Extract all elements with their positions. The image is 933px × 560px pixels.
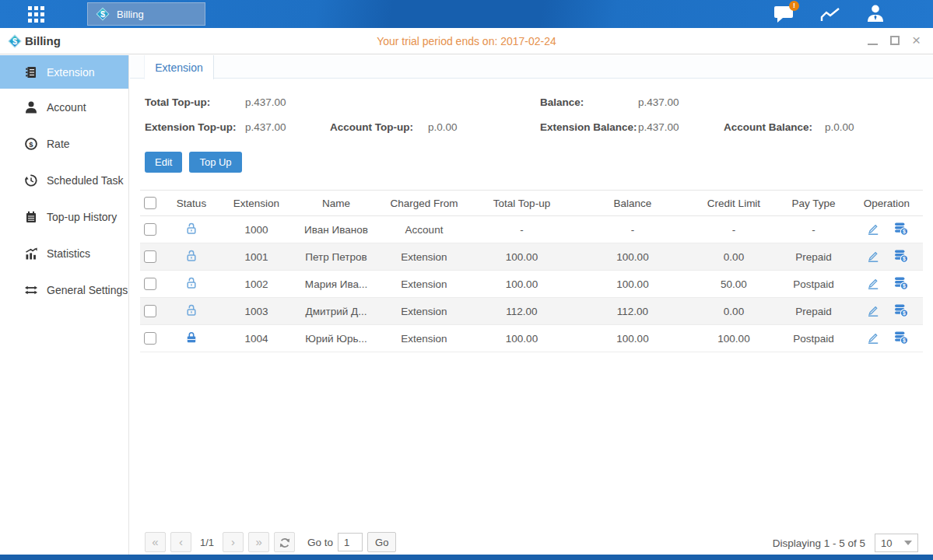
- sidebar-item-general-settings[interactable]: General Settings: [0, 271, 128, 308]
- select-all-checkbox[interactable]: [144, 197, 156, 209]
- sidebar-item-label: Rate: [47, 138, 70, 150]
- edit-icon[interactable]: [866, 222, 880, 238]
- pagination-bar: « ‹ 1/1 › » Go to Go Displaying 1 - 5 of…: [140, 532, 923, 554]
- column-header: Pay Type: [777, 191, 851, 216]
- column-header: Extension: [219, 191, 293, 216]
- goto-label: Go to: [307, 537, 333, 548]
- column-header: Charged From: [379, 191, 469, 216]
- row-checkbox[interactable]: [144, 332, 156, 345]
- table-row: 1002Мария Ива...Extension100.00100.0050.…: [140, 271, 923, 298]
- balance-value: p.437.00: [638, 96, 679, 108]
- cell-pay-type: Prepaid: [777, 298, 851, 325]
- cell-total-topup: 100.00: [469, 271, 574, 298]
- unlock-icon[interactable]: [184, 249, 198, 265]
- unlock-icon[interactable]: [184, 303, 198, 320]
- tab-extension[interactable]: Extension: [144, 55, 214, 79]
- table-row: 1001Петр ПетровExtension100.00100.000.00…: [140, 243, 923, 271]
- svg-text:$: $: [903, 283, 906, 289]
- notification-badge: !: [789, 1, 799, 11]
- top-up-icon[interactable]: $: [894, 222, 908, 238]
- sidebar-item-account[interactable]: Account: [0, 89, 128, 125]
- chat-icon[interactable]: !: [773, 5, 794, 26]
- goto-page-input[interactable]: [338, 533, 363, 551]
- sidebar-item-scheduled-task[interactable]: Scheduled Task: [0, 162, 128, 198]
- cell-credit-limit: -: [691, 216, 777, 243]
- sidebar-item-statistics[interactable]: Statistics: [0, 235, 128, 271]
- stats-icon: [25, 247, 37, 260]
- account-balance-value: p.0.00: [825, 121, 854, 133]
- go-button[interactable]: Go: [367, 532, 396, 552]
- total-topup-value: p.437.00: [245, 96, 286, 108]
- cell-credit-limit: 100.00: [691, 325, 777, 352]
- cell-balance: -: [574, 216, 691, 243]
- cell-balance: 112.00: [574, 298, 691, 325]
- cell-name: Мария Ива...: [293, 271, 379, 298]
- cell-charged-from: Account: [379, 216, 469, 243]
- row-checkbox[interactable]: [144, 305, 156, 317]
- row-checkbox[interactable]: [144, 223, 156, 236]
- sidebar-item-label: Scheduled Task: [47, 174, 124, 187]
- unlock-icon[interactable]: [184, 222, 198, 238]
- top-up-icon[interactable]: $: [894, 303, 908, 320]
- row-checkbox[interactable]: [144, 278, 156, 290]
- trial-notice: Your trial period ends on: 2017-02-24: [0, 35, 933, 47]
- edit-icon[interactable]: [866, 303, 880, 320]
- cell-name: Петр Петров: [293, 243, 379, 271]
- page-size-value: 10: [881, 537, 892, 549]
- top-bar: $ Billing !: [0, 0, 933, 28]
- balance-label: Balance:: [540, 96, 584, 108]
- table-row: 1003Дмитрий Д...Extension112.00112.000.0…: [140, 298, 923, 325]
- column-header: Name: [293, 191, 379, 216]
- sidebar-item-topup-history[interactable]: Top-up History: [0, 198, 128, 235]
- edit-button[interactable]: Edit: [145, 152, 182, 173]
- taskbar-item-billing[interactable]: $ Billing: [87, 2, 205, 26]
- window-title-bar: $ Billing Your trial period ends on: 201…: [0, 28, 933, 54]
- cell-balance: 100.00: [574, 243, 691, 271]
- lock-icon[interactable]: [184, 331, 198, 347]
- extension-topup-label: Extension Top-up:: [145, 121, 237, 133]
- cell-extension: 1002: [219, 271, 293, 298]
- user-icon[interactable]: [866, 5, 885, 25]
- sidebar: Extension Account $ Rate Scheduled Task …: [0, 55, 129, 555]
- last-page-button[interactable]: »: [248, 532, 269, 552]
- sidebar-item-label: Top-up History: [47, 211, 117, 223]
- sidebar-item-rate[interactable]: $ Rate: [0, 125, 128, 162]
- next-page-button[interactable]: ›: [223, 532, 244, 552]
- cell-credit-limit: 50.00: [691, 271, 777, 298]
- refresh-button[interactable]: [274, 532, 295, 552]
- cell-pay-type: Postpaid: [777, 325, 851, 352]
- minimize-icon[interactable]: [868, 44, 878, 45]
- cell-credit-limit: 0.00: [691, 243, 777, 271]
- first-page-button[interactable]: «: [145, 532, 166, 552]
- cell-extension: 1000: [219, 216, 293, 243]
- pagination-controls: « ‹ 1/1 › » Go to Go: [145, 532, 396, 552]
- page-size-select[interactable]: 10: [875, 534, 918, 552]
- window-controls: ×: [868, 33, 921, 47]
- top-up-button[interactable]: Top Up: [189, 152, 241, 173]
- top-up-icon[interactable]: $: [894, 331, 908, 347]
- ledger-icon: [25, 66, 37, 79]
- edit-icon[interactable]: [866, 249, 880, 265]
- app-grid-icon[interactable]: [28, 6, 44, 23]
- row-checkbox[interactable]: [144, 250, 156, 263]
- sidebar-item-extension[interactable]: Extension: [0, 55, 128, 89]
- extension-balance-value: p.437.00: [638, 121, 679, 133]
- page-indicator: 1/1: [200, 537, 214, 548]
- edit-icon[interactable]: [866, 331, 880, 347]
- edit-icon[interactable]: [866, 276, 880, 292]
- tab-bar: Extension: [130, 55, 933, 79]
- top-up-icon[interactable]: $: [894, 276, 908, 292]
- account-balance-label: Account Balance:: [724, 121, 812, 133]
- dollar-circle-icon: $: [25, 138, 37, 150]
- top-up-icon[interactable]: $: [894, 249, 908, 265]
- svg-text:$: $: [903, 310, 906, 317]
- unlock-icon[interactable]: [184, 276, 198, 292]
- summary-panel: Total Top-up: p.437.00 Balance: p.437.00…: [130, 79, 933, 152]
- cell-charged-from: Extension: [379, 298, 469, 325]
- line-chart-icon[interactable]: [820, 7, 840, 26]
- displaying-text: Displaying 1 - 5 of 5: [773, 537, 865, 549]
- maximize-icon[interactable]: [890, 36, 900, 45]
- prev-page-button[interactable]: ‹: [170, 532, 191, 552]
- close-icon[interactable]: ×: [912, 34, 921, 47]
- account-topup-value: p.0.00: [428, 121, 458, 133]
